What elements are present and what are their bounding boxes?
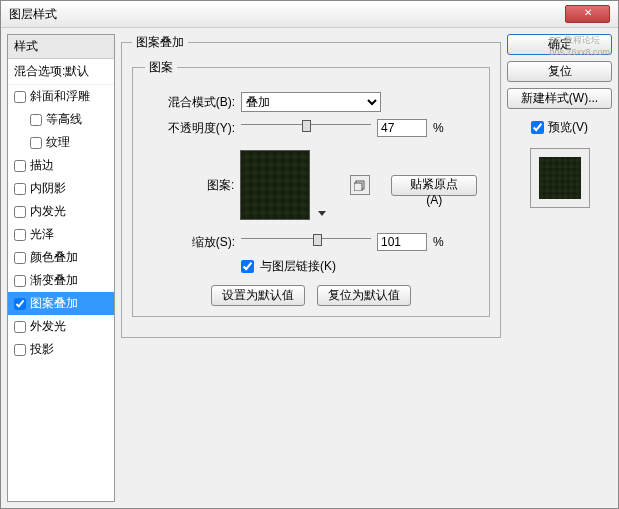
style-checkbox[interactable] [14, 183, 26, 195]
style-checkbox[interactable] [14, 252, 26, 264]
style-checkbox[interactable] [14, 206, 26, 218]
style-label: 图案叠加 [30, 295, 78, 312]
style-item-9[interactable]: 图案叠加 [8, 292, 114, 315]
snap-to-origin-button[interactable]: 贴紧原点(A) [391, 175, 477, 196]
style-item-2[interactable]: 纹理 [8, 131, 114, 154]
style-checkbox[interactable] [14, 344, 26, 356]
scale-label: 缩放(S): [145, 234, 235, 251]
reset-default-button[interactable]: 复位为默认值 [317, 285, 411, 306]
blend-mode-select[interactable]: 叠加 [241, 92, 381, 112]
inner-title: 图案 [145, 59, 177, 76]
new-style-button[interactable]: 新建样式(W)... [507, 88, 612, 109]
style-item-10[interactable]: 外发光 [8, 315, 114, 338]
style-checkbox[interactable] [30, 137, 42, 149]
link-with-layer-checkbox[interactable] [241, 260, 254, 273]
opacity-unit: % [433, 121, 444, 135]
styles-header: 样式 [8, 35, 114, 59]
opacity-label: 不透明度(Y): [145, 120, 235, 137]
style-label: 内阴影 [30, 180, 66, 197]
style-label: 渐变叠加 [30, 272, 78, 289]
layer-style-dialog: 图层样式 ✕ PS 教程论坛 bbs.16xx8.com 样式 混合选项:默认 … [0, 0, 619, 509]
opacity-input[interactable] [377, 119, 427, 137]
style-label: 描边 [30, 157, 54, 174]
style-item-3[interactable]: 描边 [8, 154, 114, 177]
style-label: 纹理 [46, 134, 70, 151]
scale-unit: % [433, 235, 444, 249]
style-item-11[interactable]: 投影 [8, 338, 114, 361]
window-title: 图层样式 [9, 6, 57, 23]
svg-rect-1 [354, 183, 362, 191]
style-label: 颜色叠加 [30, 249, 78, 266]
style-checkbox[interactable] [14, 298, 26, 310]
main-panel: 图案叠加 图案 混合模式(B): 叠加 不透明度(Y): [121, 34, 501, 502]
style-item-6[interactable]: 光泽 [8, 223, 114, 246]
style-checkbox[interactable] [14, 229, 26, 241]
pattern-group: 图案 混合模式(B): 叠加 不透明度(Y): % [132, 59, 490, 317]
right-panel: 确定 复位 新建样式(W)... 预览(V) [507, 34, 612, 502]
reset-button[interactable]: 复位 [507, 61, 612, 82]
style-label: 内发光 [30, 203, 66, 220]
style-checkbox[interactable] [30, 114, 42, 126]
opacity-slider[interactable] [241, 124, 371, 138]
pattern-swatch[interactable] [240, 150, 310, 220]
titlebar: 图层样式 ✕ [1, 1, 618, 28]
preview-swatch [530, 148, 590, 208]
style-label: 斜面和浮雕 [30, 88, 90, 105]
ok-button[interactable]: 确定 [507, 34, 612, 55]
style-label: 投影 [30, 341, 54, 358]
blend-options-default[interactable]: 混合选项:默认 [8, 59, 114, 85]
style-item-7[interactable]: 颜色叠加 [8, 246, 114, 269]
style-label: 外发光 [30, 318, 66, 335]
style-item-5[interactable]: 内发光 [8, 200, 114, 223]
preview-checkbox[interactable] [531, 121, 544, 134]
style-checkbox[interactable] [14, 321, 26, 333]
pattern-dropdown[interactable] [316, 150, 328, 220]
style-item-8[interactable]: 渐变叠加 [8, 269, 114, 292]
pattern-label: 图案: [145, 177, 234, 194]
style-label: 等高线 [46, 111, 82, 128]
scale-slider[interactable] [241, 238, 371, 252]
group-title: 图案叠加 [132, 34, 188, 51]
style-item-1[interactable]: 等高线 [8, 108, 114, 131]
link-with-layer-label: 与图层链接(K) [260, 258, 336, 275]
style-item-4[interactable]: 内阴影 [8, 177, 114, 200]
style-checkbox[interactable] [14, 160, 26, 172]
blend-mode-label: 混合模式(B): [145, 94, 235, 111]
styles-list: 样式 混合选项:默认 斜面和浮雕等高线纹理描边内阴影内发光光泽颜色叠加渐变叠加图… [7, 34, 115, 502]
pattern-overlay-group: 图案叠加 图案 混合模式(B): 叠加 不透明度(Y): [121, 34, 501, 338]
style-checkbox[interactable] [14, 275, 26, 287]
scale-input[interactable] [377, 233, 427, 251]
style-label: 光泽 [30, 226, 54, 243]
close-button[interactable]: ✕ [565, 5, 610, 23]
style-checkbox[interactable] [14, 91, 26, 103]
dialog-body: 样式 混合选项:默认 斜面和浮雕等高线纹理描边内阴影内发光光泽颜色叠加渐变叠加图… [1, 28, 618, 508]
style-item-0[interactable]: 斜面和浮雕 [8, 85, 114, 108]
new-preset-icon[interactable] [350, 175, 370, 195]
make-default-button[interactable]: 设置为默认值 [211, 285, 305, 306]
preview-label: 预览(V) [548, 119, 588, 136]
